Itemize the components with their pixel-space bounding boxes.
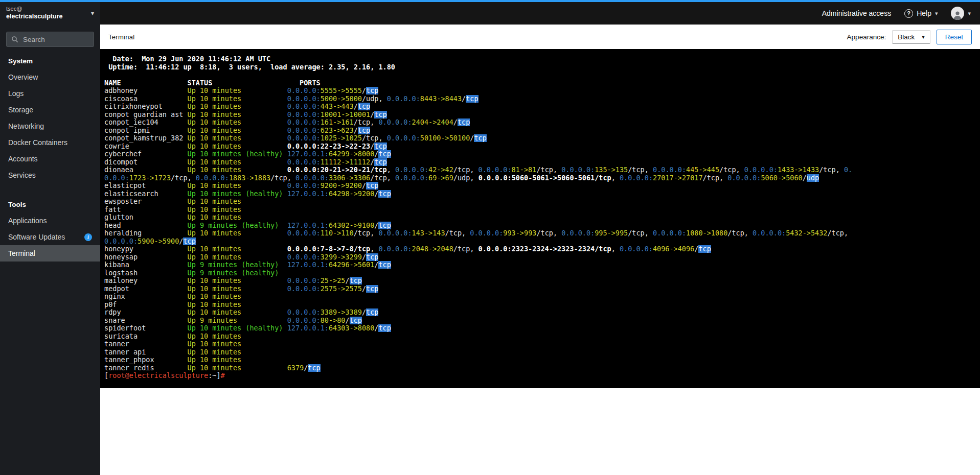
terminal-line: heralding Up 10 minutes 0.0.0.0:110->110…	[104, 229, 976, 238]
sidebar-item-label: Applications	[8, 217, 47, 225]
terminal-line: conpot_guardian_ast Up 10 minutes 0.0.0.…	[104, 111, 976, 119]
terminal-line: tanner_phpox Up 10 minutes	[104, 356, 976, 364]
terminal-line: dionaea Up 10 minutes 0.0.0.0:20-21->20-…	[104, 166, 976, 174]
sidebar-item-label: Overview	[8, 73, 38, 81]
top-accent-bar	[0, 0, 980, 2]
search-icon	[11, 36, 18, 43]
content-header: Terminal Appearance: Black ▾ Reset	[100, 25, 980, 49]
terminal-line: honeypy Up 10 minutes 0.0.0.0:7-8->7-8/t…	[104, 245, 976, 253]
sidebar-item-networking[interactable]: Networking	[0, 118, 100, 134]
terminal-line: citrixhoneypot Up 10 minutes 0.0.0.0:443…	[104, 103, 976, 111]
nav-section-title: System	[0, 52, 100, 69]
terminal-line: NAME STATUS PORTS	[104, 79, 976, 87]
terminal-line: p0f Up 10 minutes	[104, 301, 976, 309]
info-icon: i	[84, 233, 92, 241]
appearance-value: Black	[898, 33, 915, 41]
sidebar-item-terminal[interactable]: Terminal	[0, 245, 100, 262]
sidebar-item-storage[interactable]: Storage	[0, 102, 100, 118]
sidebar-item-label: Storage	[8, 106, 33, 114]
sidebar: SystemOverviewLogsStorageNetworkingDocke…	[0, 25, 100, 475]
terminal-line: conpot_iec104 Up 10 minutes 0.0.0.0:161-…	[104, 118, 976, 127]
terminal-line: medpot Up 10 minutes 0.0.0.0:2575->2575/…	[104, 285, 976, 293]
terminal-line	[104, 71, 976, 79]
sidebar-search[interactable]	[6, 32, 94, 47]
chevron-down-icon: ▾	[968, 10, 971, 17]
help-label: Help	[917, 9, 931, 17]
sidebar-item-applications[interactable]: Applications	[0, 212, 100, 229]
chevron-down-icon: ▾	[922, 34, 925, 40]
sidebar-item-label: Terminal	[8, 249, 35, 257]
host-name: electricalsculpture	[6, 13, 62, 21]
help-icon: ?	[904, 9, 913, 18]
terminal-line: conpot_ipmi Up 10 minutes 0.0.0.0:623->6…	[104, 127, 976, 135]
terminal-line: suricata Up 10 minutes	[104, 332, 976, 341]
main-content: Terminal Appearance: Black ▾ Reset Date:…	[100, 25, 980, 475]
sidebar-item-label: Accounts	[8, 155, 38, 163]
administrative-access-button[interactable]: Administrative access	[822, 9, 891, 17]
help-menu[interactable]: ? Help ▾	[904, 9, 938, 18]
terminal-line: kibana Up 9 minutes (healthy) 127.0.0.1:…	[104, 261, 976, 269]
terminal-line: Uptime: 11:46:12 up 8:18, 3 users, load …	[104, 63, 976, 72]
terminal-line: honeysap Up 10 minutes 0.0.0.0:3299->329…	[104, 253, 976, 262]
nav-section: ToolsApplicationsSoftware UpdatesiTermin…	[0, 196, 100, 262]
terminal-line: Date: Mon 29 Jun 2020 11:46:12 AM UTC	[104, 55, 976, 63]
terminal-line: 0.0.0:1723->1723/tcp, 0.0.0.0:1883->1883…	[104, 174, 976, 182]
terminal-line: rdpy Up 10 minutes 0.0.0.0:3389->3389/tc…	[104, 308, 976, 317]
session-menu[interactable]: ▾	[951, 7, 971, 20]
terminal-line: head Up 9 minutes (healthy) 127.0.0.1:64…	[104, 222, 976, 230]
terminal-line: ciscoasa Up 10 minutes 0.0.0.0:5000->500…	[104, 95, 976, 103]
terminal-line: ewsposter Up 10 minutes	[104, 198, 976, 206]
appearance-select[interactable]: Black ▾	[892, 30, 930, 44]
terminal-line: elasticsearch Up 10 minutes (healthy) 12…	[104, 190, 976, 198]
terminal-line: 0.0.0.0:5900->5900/tcp	[104, 238, 976, 246]
nav-section-title: Tools	[0, 196, 100, 212]
page-title: Terminal	[108, 33, 135, 41]
terminal-line: tanner Up 10 minutes	[104, 340, 976, 348]
terminal-line: cyberchef Up 10 minutes (healthy) 127.0.…	[104, 150, 976, 158]
terminal-line: cowrie Up 10 minutes 0.0.0.0:22-23->22-2…	[104, 142, 976, 151]
terminal-line: glutton Up 10 minutes	[104, 213, 976, 222]
reset-button[interactable]: Reset	[937, 30, 972, 44]
terminal-line: dicompot Up 10 minutes 0.0.0.0:11112->11…	[104, 158, 976, 167]
terminal-line: fatt Up 10 minutes	[104, 206, 976, 214]
sidebar-item-docker-containers[interactable]: Docker Containers	[0, 134, 100, 151]
appearance-label: Appearance:	[847, 33, 886, 41]
terminal-line: nginx Up 10 minutes	[104, 293, 976, 301]
sidebar-item-label: Docker Containers	[8, 138, 67, 147]
chevron-down-icon: ▾	[91, 10, 94, 17]
nav-section: SystemOverviewLogsStorageNetworkingDocke…	[0, 52, 100, 183]
sidebar-item-label: Logs	[8, 89, 24, 98]
sidebar-item-logs[interactable]: Logs	[0, 85, 100, 102]
sidebar-item-label: Networking	[8, 122, 44, 130]
sidebar-nav: SystemOverviewLogsStorageNetworkingDocke…	[0, 52, 100, 262]
host-user: tsec@	[6, 6, 62, 13]
masthead: tsec@ electricalsculpture ▾ Administrati…	[0, 2, 980, 25]
terminal-line: logstash Up 9 minutes (healthy)	[104, 269, 976, 277]
terminal-line: snare Up 9 minutes 0.0.0.0:80->80/tcp	[104, 317, 976, 325]
terminal-line: tanner_redis Up 10 minutes 6379/tcp	[104, 364, 976, 372]
sidebar-item-services[interactable]: Services	[0, 167, 100, 183]
terminal-line: adbhoney Up 10 minutes 0.0.0.0:5555->555…	[104, 87, 976, 95]
user-avatar-icon	[951, 7, 964, 20]
terminal-screen[interactable]: Date: Mon 29 Jun 2020 11:46:12 AM UTC Up…	[100, 49, 980, 388]
sidebar-item-accounts[interactable]: Accounts	[0, 151, 100, 167]
terminal-line: tanner_api Up 10 minutes	[104, 348, 976, 357]
terminal-line: conpot_kamstrup_382 Up 10 minutes 0.0.0.…	[104, 134, 976, 142]
sidebar-item-software-updates[interactable]: Software Updatesi	[0, 229, 100, 245]
terminal-line: [root@electricalsculpture:~]#	[104, 372, 976, 380]
terminal-line: spiderfoot Up 10 minutes (healthy) 127.0…	[104, 324, 976, 332]
host-switcher[interactable]: tsec@ electricalsculpture ▾	[0, 2, 100, 25]
sidebar-item-label: Software Updates	[8, 233, 65, 241]
terminal-line: elasticpot Up 10 minutes 0.0.0.0:9200->9…	[104, 182, 976, 190]
terminal-line: mailoney Up 10 minutes 0.0.0.0:25->25/tc…	[104, 277, 976, 285]
sidebar-item-overview[interactable]: Overview	[0, 69, 100, 85]
sidebar-item-label: Services	[8, 171, 36, 179]
chevron-down-icon: ▾	[935, 10, 938, 17]
search-input[interactable]	[22, 35, 89, 44]
